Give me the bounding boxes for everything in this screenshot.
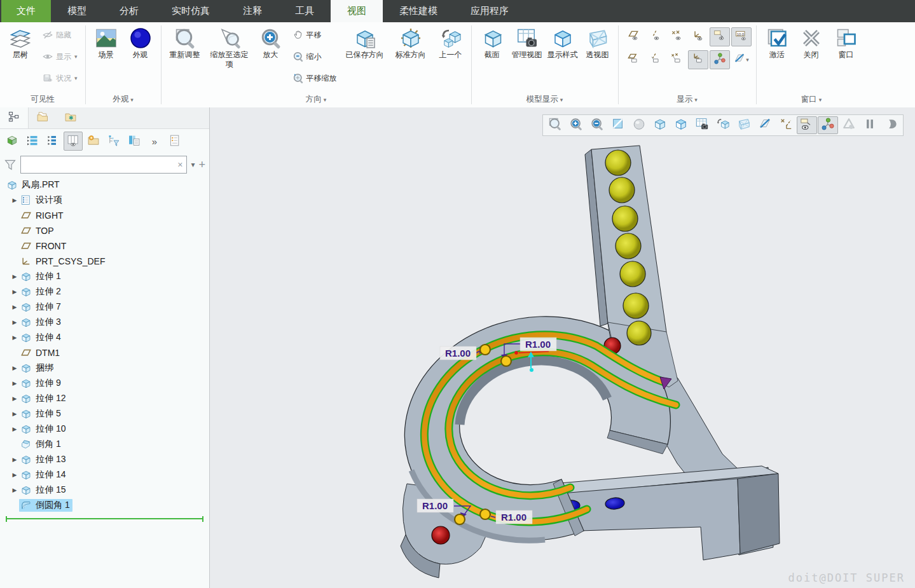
tree-search-input[interactable] [25,160,177,170]
ribbon-button[interactable]: 重新调整 [165,25,205,62]
view-manager-button[interactable] [692,116,712,134]
tree-item[interactable]: 拉伸 9 [19,377,64,390]
menu-tab-8[interactable]: 应用程序 [454,0,525,22]
spin-center-button[interactable] [818,116,838,134]
csys-eye-button[interactable] [688,27,708,46]
tree-item[interactable]: 倒圆角 1 [19,499,72,512]
expand-arrow-icon[interactable]: ▶ [10,365,19,371]
pause-button[interactable] [860,116,880,134]
ribbon-button-small[interactable]: 平移 [289,26,340,44]
refit-button[interactable] [545,116,565,134]
dimension-label[interactable]: R1.00 [417,499,453,512]
tree-item[interactable]: 拉伸 5 [19,407,64,420]
expand-arrow-icon[interactable]: ▶ [10,472,19,478]
clear-search-icon[interactable]: × [177,160,182,170]
ribbon-button[interactable]: 显示样式 [545,25,581,62]
expand-arrow-icon[interactable]: ▶ [10,487,19,493]
tree-row[interactable]: ▶拉伸 5 [0,406,209,421]
tree-row[interactable]: ▶拉伸 2 [0,284,209,299]
expand-arrow-icon[interactable]: ▶ [10,395,19,402]
tree-item[interactable]: 倒角 1 [19,438,64,451]
shading-quality-button[interactable] [629,116,649,134]
tree-columns-button[interactable] [64,132,83,151]
tree-search-field[interactable]: × [20,156,187,174]
tree-row[interactable]: ▶拉伸 13 [0,452,209,467]
tree-row[interactable]: ▶拉伸 14 [0,467,209,482]
ribbon-button[interactable]: 场景 [89,25,123,62]
expand-arrow-icon[interactable]: ▶ [10,319,19,325]
expand-arrow-icon[interactable]: ▶ [10,289,19,295]
tree-row[interactable]: ▶风扇.PRT [0,177,209,193]
tree-row[interactable]: ▶DTM1 [0,345,209,360]
tree-row[interactable]: ▶倒圆角 1 [0,498,209,513]
ribbon-button[interactable]: 管理视图 [509,25,545,62]
ribbon-button[interactable]: 窗口 [829,25,863,62]
tree-item[interactable]: 拉伸 1 [19,270,64,283]
last-orientation-button[interactable] [713,116,733,134]
tree-item[interactable]: 捆绑 [19,362,56,374]
tree-item[interactable]: 拉伸 15 [19,484,68,496]
menu-tab-4[interactable]: 注释 [226,0,279,22]
tree-row[interactable]: ▶TOP [0,223,209,238]
ribbon-button[interactable]: 激活 [760,25,794,62]
ribbon-button-small[interactable]: 缩小 [289,48,340,65]
tree-row[interactable]: ▶PRT_CSYS_DEF [0,254,209,269]
tree-row[interactable]: ▶拉伸 15 [0,482,209,498]
repaint-button[interactable] [608,116,628,134]
tree-item[interactable]: PRT_CSYS_DEF [19,255,107,268]
graphics-viewport[interactable]: R1.00 R1.00 R1.00 R1.00 [210,107,915,588]
dim-eye-button[interactable]: 10.0 [731,27,752,46]
ribbon-button[interactable]: 缩放至选定项 [205,25,254,71]
tree-row[interactable]: ▶拉伸 10 [0,421,209,437]
ribbon-button[interactable]: 标准方向 [388,25,434,62]
menu-tab-1[interactable]: 模型 [51,0,103,22]
axis-tag-button[interactable] [645,50,665,69]
tree-row[interactable]: ▶拉伸 1 [0,269,209,284]
ribbon-button[interactable]: 上一个 [434,25,468,62]
tree-item[interactable]: 拉伸 10 [19,423,68,435]
plane-tag-button[interactable] [623,50,643,69]
insert-here-indicator[interactable] [6,518,203,519]
perspective-button[interactable] [734,116,754,134]
ribbon-button[interactable]: 透视图 [581,25,615,62]
dimension-label[interactable]: R1.00 [440,346,476,360]
expand-arrow-icon[interactable]: ▶ [10,334,19,341]
ribbon-button[interactable]: 关闭 [794,25,829,62]
tree-row[interactable]: ▶拉伸 4 [0,330,209,345]
menu-tab-5[interactable]: 工具 [279,0,331,22]
ribbon-button[interactable]: 截面 [475,25,509,62]
tree-settings-button[interactable] [84,132,103,151]
dimension-label[interactable]: R1.00 [496,510,532,524]
tree-row[interactable]: ▶拉伸 7 [0,299,209,315]
expand-arrow-icon[interactable]: ▶ [10,456,19,463]
tree-item[interactable]: RIGHT [19,209,66,222]
menu-tab-2[interactable]: 分析 [103,0,155,22]
tree-row[interactable]: ▶拉伸 12 [0,391,209,406]
menu-tab-3[interactable]: 实时仿真 [155,0,226,22]
tree-item[interactable]: 拉伸 4 [19,331,64,344]
model-tree-tab[interactable] [0,107,29,128]
tree-item[interactable]: 拉伸 2 [19,285,64,298]
tree-row[interactable]: ▶捆绑 [0,360,209,376]
zoom-out-button[interactable] [587,116,607,134]
tree-item[interactable]: 拉伸 14 [19,468,68,481]
anno-eye-button[interactable] [710,27,730,46]
point-tag-button[interactable] [666,50,687,69]
tree-item[interactable]: 拉伸 12 [19,392,68,405]
tree-row[interactable]: ▶拉伸 3 [0,315,209,330]
item-info-button[interactable] [165,132,184,151]
menu-tab-file[interactable]: 文件 [1,0,51,22]
ribbon-button[interactable]: 外观 [123,25,158,62]
tree-item[interactable]: 拉伸 3 [19,316,64,329]
spin-center-button[interactable] [710,50,730,69]
3d-model[interactable]: R1.00 R1.00 R1.00 R1.00 [210,107,915,587]
saved-orientations-button[interactable] [650,116,670,134]
collapse-all-button[interactable] [43,132,62,151]
more-tools-button[interactable]: » [145,132,164,151]
axis-eye-button[interactable] [645,27,665,46]
expand-all-button[interactable] [23,132,42,151]
menu-tab-7[interactable]: 柔性建模 [383,0,454,22]
annotation-display-button[interactable] [797,116,817,134]
dimension-label[interactable]: R1.00 [520,338,556,351]
tree-row[interactable]: ▶FRONT [0,238,209,254]
